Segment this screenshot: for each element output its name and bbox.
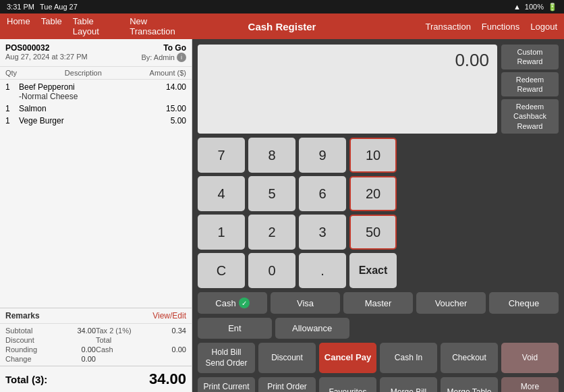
item-desc: Salmon bbox=[19, 104, 156, 113]
custom-reward-button[interactable]: Custom Reward bbox=[501, 45, 559, 69]
num-5[interactable]: 5 bbox=[248, 176, 295, 211]
cash-in-button[interactable]: Cash In bbox=[380, 343, 437, 373]
day: Tue Aug 27 bbox=[40, 3, 78, 11]
num-4[interactable]: 4 bbox=[198, 176, 245, 211]
change-value: 0.00 bbox=[51, 355, 96, 363]
num-9[interactable]: 9 bbox=[299, 138, 346, 173]
subtotal-value: 34.00 bbox=[51, 327, 96, 335]
preset-10[interactable]: 10 bbox=[349, 138, 397, 173]
redeem-reward-button[interactable]: Redeem Reward bbox=[501, 72, 559, 97]
cash-button[interactable]: Cash ✓ bbox=[198, 292, 267, 314]
status-bar: 3:31 PM Tue Aug 27 ▲ 100% 🔋 bbox=[0, 0, 564, 13]
master-label: Master bbox=[365, 298, 392, 308]
num-2[interactable]: 2 bbox=[248, 215, 295, 250]
preset-50[interactable]: 50 bbox=[349, 215, 397, 250]
num-1[interactable]: 1 bbox=[198, 215, 245, 250]
num-c[interactable]: C bbox=[198, 253, 245, 288]
nav-functions[interactable]: Functions bbox=[482, 22, 519, 32]
remarks-section: Remarks View/Edit Subtotal 34.00 Tax 2 (… bbox=[0, 308, 192, 392]
info-icon[interactable]: i bbox=[177, 53, 186, 62]
discount-total-label: Total bbox=[96, 336, 141, 344]
cancel-pay-button[interactable]: Cancel Pay bbox=[319, 343, 376, 373]
cash-value: 0.00 bbox=[141, 345, 186, 354]
pos-number: POS000032 bbox=[5, 43, 49, 53]
bottom-row: Print CurrentBill Print OrderList Favour… bbox=[198, 377, 559, 392]
totals-grid: Subtotal 34.00 Tax 2 (1%) 0.34 Discount … bbox=[0, 324, 192, 366]
num-8[interactable]: 8 bbox=[248, 138, 295, 173]
nav-new-transaction[interactable]: New Transaction bbox=[130, 16, 190, 36]
order-date: Aug 27, 2024 at 3:27 PM bbox=[5, 53, 88, 62]
order-item-3: 1 Vege Burger 5.00 bbox=[5, 116, 186, 125]
numpad-area: 7 8 9 10 4 5 6 20 1 2 3 50 C 0 . Exact bbox=[198, 138, 559, 288]
col-qty: Qty bbox=[5, 69, 17, 77]
visa-button[interactable]: Visa bbox=[271, 292, 340, 314]
visa-label: Visa bbox=[297, 298, 314, 308]
checkout-button[interactable]: Checkout bbox=[441, 343, 498, 373]
order-item-2: 1 Salmon 15.00 bbox=[5, 104, 186, 113]
merge-table-button[interactable]: Merge Table bbox=[441, 377, 498, 392]
order-type: To Go bbox=[163, 43, 186, 53]
ent-button[interactable]: Ent bbox=[198, 318, 272, 339]
grand-total-row: Total (3): 34.00 bbox=[0, 366, 192, 392]
other-pay: Ent Allowance bbox=[198, 318, 559, 339]
discount-label: Discount bbox=[5, 336, 51, 344]
change-label: Change bbox=[5, 355, 51, 363]
order-item-1: 1 Beef Pepperoni 14.00 -Normal Cheese bbox=[5, 82, 186, 101]
nav-table[interactable]: Table bbox=[41, 16, 62, 36]
remarks-label: Remarks bbox=[5, 311, 40, 320]
void-button[interactable]: Void bbox=[501, 343, 559, 373]
num-dot[interactable]: . bbox=[299, 253, 346, 288]
exact-button[interactable]: Exact bbox=[349, 253, 397, 288]
view-edit-button[interactable]: View/Edit bbox=[152, 311, 186, 320]
left-panel: POS000032 To Go Aug 27, 2024 at 3:27 PM … bbox=[0, 39, 192, 392]
item-sub: -Normal Cheese bbox=[5, 92, 186, 101]
action-row: Hold BillSend Order Discount Cancel Pay … bbox=[198, 343, 559, 373]
right-panel: 0.00 Custom Reward Redeem Reward Redeem … bbox=[192, 39, 564, 392]
print-current-bill-button[interactable]: Print CurrentBill bbox=[198, 377, 255, 392]
order-header: POS000032 To Go Aug 27, 2024 at 3:27 PM … bbox=[0, 39, 192, 67]
nav-bar: Home Table Table Layout New Transaction … bbox=[0, 13, 564, 39]
order-items: 1 Beef Pepperoni 14.00 -Normal Cheese 1 … bbox=[0, 80, 192, 308]
voucher-button[interactable]: Voucher bbox=[416, 292, 486, 314]
preset-20[interactable]: 20 bbox=[349, 176, 397, 211]
num-7[interactable]: 7 bbox=[198, 138, 245, 173]
allowance-button[interactable]: Allowance bbox=[275, 318, 349, 339]
nav-logout[interactable]: Logout bbox=[530, 22, 557, 32]
favourites-button[interactable]: Favourites bbox=[319, 377, 376, 392]
col-desc: Description bbox=[65, 69, 102, 77]
discount-button[interactable]: Discount bbox=[258, 343, 316, 373]
num-0[interactable]: 0 bbox=[248, 253, 295, 288]
tax-value: 0.34 bbox=[141, 327, 186, 335]
subtotal-label: Subtotal bbox=[5, 327, 51, 335]
cash-label: Cash bbox=[215, 298, 235, 308]
tax-label: Tax 2 (1%) bbox=[96, 327, 141, 335]
numpad-grid: 7 8 9 10 4 5 6 20 1 2 3 50 C 0 . Exact bbox=[198, 138, 397, 288]
more-functions-button[interactable]: MoreFunctions bbox=[501, 377, 559, 392]
main-content: POS000032 To Go Aug 27, 2024 at 3:27 PM … bbox=[0, 39, 564, 392]
rounding-label: Rounding bbox=[5, 345, 51, 354]
app-title: Cash Register bbox=[248, 21, 316, 32]
cash-check-badge: ✓ bbox=[239, 298, 250, 308]
col-amount: Amount ($) bbox=[150, 69, 186, 77]
num-3[interactable]: 3 bbox=[299, 215, 346, 250]
print-order-list-button[interactable]: Print OrderList bbox=[258, 377, 316, 392]
num-6[interactable]: 6 bbox=[299, 176, 346, 211]
nav-home[interactable]: Home bbox=[7, 16, 30, 36]
nav-transaction[interactable]: Transaction bbox=[425, 22, 470, 32]
hold-bill-button[interactable]: Hold BillSend Order bbox=[198, 343, 255, 373]
discount-value bbox=[51, 336, 96, 344]
item-amount: 5.00 bbox=[156, 116, 186, 125]
grand-total-value: 34.00 bbox=[149, 370, 186, 388]
cheque-label: Cheque bbox=[509, 298, 540, 308]
rounding-value: 0.00 bbox=[51, 345, 96, 354]
item-qty: 1 bbox=[5, 82, 19, 92]
master-button[interactable]: Master bbox=[343, 292, 413, 314]
item-desc: Beef Pepperoni bbox=[19, 82, 156, 92]
cash-label: Cash bbox=[96, 345, 141, 354]
item-qty: 1 bbox=[5, 104, 19, 113]
nav-table-layout[interactable]: Table Layout bbox=[73, 16, 119, 36]
cheque-button[interactable]: Cheque bbox=[489, 292, 559, 314]
redeem-cashback-button[interactable]: Redeem Cashback Reward bbox=[501, 99, 559, 134]
item-desc: Vege Burger bbox=[19, 116, 156, 125]
merge-bill-button[interactable]: Merge Bill bbox=[380, 377, 437, 392]
